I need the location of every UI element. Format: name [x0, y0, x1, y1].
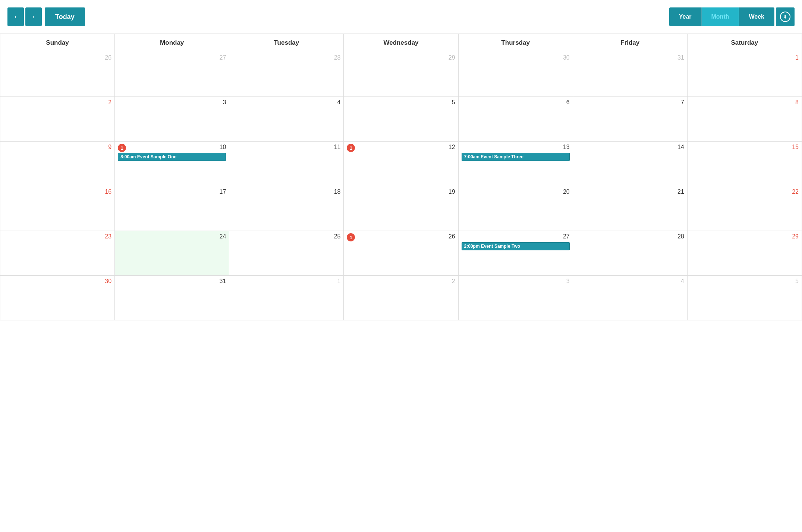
calendar-cell[interactable]: 3 — [459, 276, 573, 320]
day-header-thursday: Thursday — [459, 34, 573, 52]
calendar-cell[interactable]: 15 — [688, 142, 802, 186]
toolbar-left: ‹ › Today — [7, 7, 85, 26]
event-bar[interactable]: 8:00am Event Sample One — [118, 153, 226, 161]
calendar-cell[interactable]: 1 12 — [344, 142, 458, 186]
event-badge: 1 — [347, 144, 355, 152]
calendar-cell[interactable]: 20 — [459, 186, 573, 231]
calendar-cell[interactable]: 22 — [688, 186, 802, 231]
calendar-cell[interactable]: 25 — [229, 231, 344, 276]
calendar-cell[interactable]: 30 — [459, 52, 573, 97]
calendar-cell[interactable]: 27 2:00pm Event Sample Two — [459, 231, 573, 276]
toolbar-right: Year Month Week ⬇ — [669, 7, 795, 26]
download-button[interactable]: ⬇ — [776, 7, 795, 26]
today-button[interactable]: Today — [45, 7, 85, 26]
calendar-cell[interactable]: 6 — [459, 97, 573, 142]
calendar-cell[interactable]: 31 — [115, 276, 229, 320]
calendar-container: ‹ › Today Year Month Week ⬇ Sunday Monda… — [0, 0, 802, 324]
calendar-cell[interactable]: 18 — [229, 186, 344, 231]
calendar-cell[interactable]: 1 — [688, 52, 802, 97]
download-icon: ⬇ — [780, 12, 790, 22]
toolbar: ‹ › Today Year Month Week ⬇ — [0, 4, 802, 34]
calendar-cell[interactable]: 4 — [573, 276, 688, 320]
calendar-cell[interactable]: 21 — [573, 186, 688, 231]
calendar-cell[interactable]: 11 — [229, 142, 344, 186]
calendar-cell[interactable]: 9 — [0, 142, 115, 186]
calendar-cell[interactable]: 1 — [229, 276, 344, 320]
calendar-cell[interactable]: 29 — [688, 231, 802, 276]
next-button[interactable]: › — [25, 7, 42, 26]
calendar-cell[interactable]: 26 — [0, 52, 115, 97]
calendar-cell[interactable]: 2 — [0, 97, 115, 142]
calendar-cell[interactable]: 28 — [229, 52, 344, 97]
calendar-cell[interactable]: 13 7:00am Event Sample Three — [459, 142, 573, 186]
prev-button[interactable]: ‹ — [7, 7, 24, 26]
event-bar[interactable]: 2:00pm Event Sample Two — [462, 242, 570, 250]
day-header-wednesday: Wednesday — [344, 34, 458, 52]
calendar-cell[interactable]: 19 — [344, 186, 458, 231]
calendar-cell[interactable]: 1 26 — [344, 231, 458, 276]
calendar-cell[interactable]: 27 — [115, 52, 229, 97]
event-badge: 1 — [118, 144, 126, 152]
calendar-cell[interactable]: 29 — [344, 52, 458, 97]
calendar-cell[interactable]: 31 — [573, 52, 688, 97]
calendar-cell[interactable]: 30 — [0, 276, 115, 320]
day-header-tuesday: Tuesday — [229, 34, 344, 52]
event-bar[interactable]: 7:00am Event Sample Three — [462, 153, 570, 161]
calendar-cell[interactable]: 7 — [573, 97, 688, 142]
calendar-cell[interactable]: 8 — [688, 97, 802, 142]
event-badge: 1 — [347, 233, 355, 241]
week-view-button[interactable]: Week — [739, 7, 774, 26]
calendar-cell[interactable]: 16 — [0, 186, 115, 231]
calendar-cell-today[interactable]: 24 — [115, 231, 229, 276]
day-header-saturday: Saturday — [688, 34, 802, 52]
calendar-cell[interactable]: 4 — [229, 97, 344, 142]
calendar-cell[interactable]: 17 — [115, 186, 229, 231]
calendar-cell[interactable]: 23 — [0, 231, 115, 276]
year-view-button[interactable]: Year — [669, 7, 702, 26]
calendar-cell[interactable]: 14 — [573, 142, 688, 186]
day-header-friday: Friday — [573, 34, 688, 52]
day-header-monday: Monday — [115, 34, 229, 52]
calendar-cell[interactable]: 2 — [344, 276, 458, 320]
calendar-cell[interactable]: 1 10 8:00am Event Sample One — [115, 142, 229, 186]
calendar-cell[interactable]: 5 — [688, 276, 802, 320]
month-view-button[interactable]: Month — [702, 7, 739, 26]
calendar-grid: 26 27 28 29 30 31 1 2 3 4 5 6 7 8 9 1 10… — [0, 52, 802, 320]
calendar-cell[interactable]: 28 — [573, 231, 688, 276]
day-header-sunday: Sunday — [0, 34, 115, 52]
calendar-cell[interactable]: 3 — [115, 97, 229, 142]
day-headers: Sunday Monday Tuesday Wednesday Thursday… — [0, 34, 802, 52]
calendar-cell[interactable]: 5 — [344, 97, 458, 142]
